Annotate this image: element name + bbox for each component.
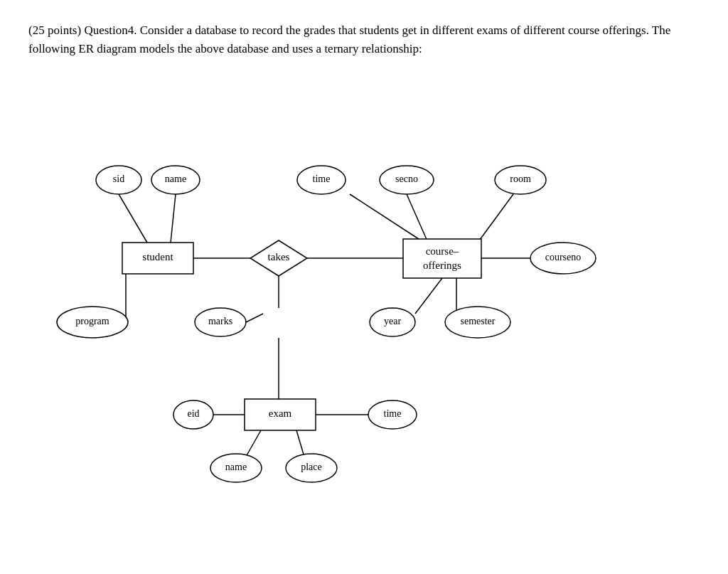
question-text: (25 points) Question4. Consider a databa…: [28, 21, 700, 59]
attr-courseno-label: courseno: [545, 252, 582, 262]
entity-course-offerings-label2: offerings: [423, 260, 461, 271]
entity-course-offerings: [403, 239, 481, 278]
attr-time-exam-label: time: [384, 408, 402, 419]
attr-program-label: program: [75, 316, 109, 326]
attr-time-co-label: time: [313, 174, 331, 184]
attr-name-student-label: name: [165, 174, 186, 184]
attr-room-label: room: [510, 174, 531, 184]
svg-line-0: [119, 194, 147, 243]
attr-sid-label: sid: [113, 174, 124, 184]
relationship-takes-label: takes: [268, 251, 290, 262]
er-diagram: student course– offerings exam takes sid…: [44, 87, 684, 472]
entity-student-label: student: [142, 251, 173, 262]
attr-name-exam-label: name: [225, 462, 247, 472]
entity-exam-label: exam: [269, 408, 292, 419]
attr-marks-label: marks: [208, 316, 232, 326]
attr-eid-label: eid: [187, 408, 199, 419]
svg-line-13: [246, 314, 263, 322]
svg-line-1: [171, 194, 176, 243]
svg-line-6: [407, 194, 428, 243]
attr-year-label: year: [384, 316, 401, 326]
attr-semester-label: semester: [461, 316, 496, 326]
entity-course-offerings-label1: course–: [426, 245, 459, 257]
attr-place-label: place: [301, 462, 322, 472]
svg-line-7: [478, 194, 513, 243]
svg-line-9: [415, 278, 442, 314]
attr-secno-label: secno: [395, 174, 418, 184]
